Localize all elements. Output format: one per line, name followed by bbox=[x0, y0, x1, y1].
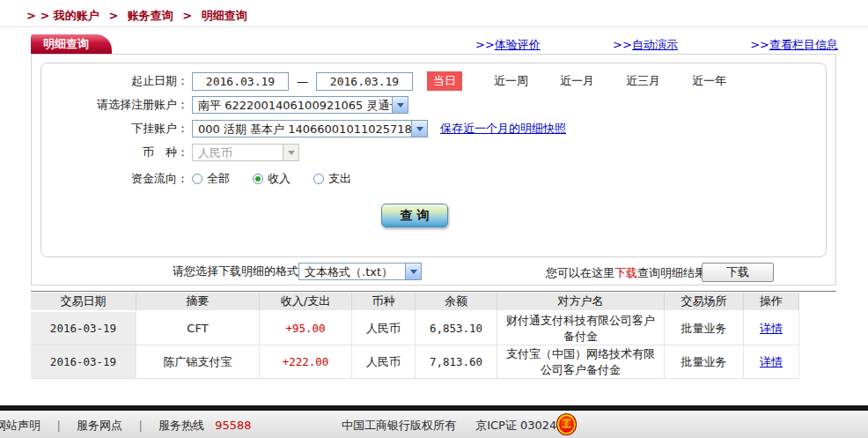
footer-link-service-outlets[interactable]: 服务网点 bbox=[77, 419, 122, 432]
cell-date: 2016-03-19 bbox=[31, 312, 136, 345]
col-header-currency: 币种 bbox=[352, 293, 416, 312]
cell-action: 详情 bbox=[744, 345, 799, 379]
col-header-summary: 摘要 bbox=[136, 293, 260, 312]
breadcrumb-separator: > bbox=[108, 9, 118, 22]
breadcrumb-item-detail-query[interactable]: 明细查询 bbox=[202, 9, 247, 22]
top-links: >>体验评价 >>自动演示 >>查看栏目信息 bbox=[475, 37, 838, 53]
radio-icon bbox=[313, 174, 324, 184]
quick-range-quarter[interactable]: 近三月 bbox=[626, 73, 660, 89]
chevron-down-icon bbox=[411, 121, 427, 137]
breadcrumb-separator: > bbox=[182, 9, 192, 22]
link-prefix: >> bbox=[613, 38, 632, 51]
date-from-input[interactable] bbox=[192, 72, 289, 91]
currency-select: 人民币 bbox=[192, 144, 299, 161]
sub-account-select[interactable]: 000 活期 基本户 1406600101102571848 bbox=[192, 120, 428, 137]
cell-venue: 批量业务 bbox=[665, 345, 744, 379]
breadcrumb-prefix: > > bbox=[26, 9, 49, 22]
download-format-label: 请您选择下载明细的格式 bbox=[173, 264, 298, 279]
cell-venue: 批量业务 bbox=[665, 312, 744, 345]
cell-currency: 人民币 bbox=[352, 312, 416, 345]
register-account-label: 请选择注册账户： bbox=[40, 97, 188, 113]
quick-range-today[interactable]: 当日 bbox=[427, 71, 462, 91]
hotline-number: 95588 bbox=[215, 419, 251, 432]
col-header-counterparty: 对方户名 bbox=[497, 293, 665, 312]
flow-radio-expense[interactable]: 支出 bbox=[313, 171, 351, 187]
cell-counterparty: 支付宝（中国）网络技术有限公司客户备付金 bbox=[497, 345, 665, 379]
cell-currency: 人民币 bbox=[352, 345, 416, 379]
link-experience-review[interactable]: >>体验评价 bbox=[475, 37, 541, 53]
chevron-down-icon bbox=[392, 97, 408, 113]
chevron-down-icon bbox=[283, 145, 298, 160]
cell-summary: 陈广锦支付宝 bbox=[136, 345, 260, 379]
detail-query-page: { "breadcrumb": { "prefix": "> >", "sepa… bbox=[0, 0, 868, 438]
footer-copyright: 中国工商银行版权所有 京ICP证 030247号 bbox=[342, 418, 576, 434]
breadcrumb-item-account-query[interactable]: 账务查询 bbox=[128, 9, 173, 22]
register-account-select[interactable]: 南平 6222001406100921065 灵通卡 bbox=[192, 96, 408, 114]
link-prefix: >> bbox=[750, 38, 769, 51]
transaction-table: 交易日期 摘要 收入/支出 币种 余额 对方户名 交易场所 操作 2016-03… bbox=[31, 293, 799, 379]
footer-link-site-statement[interactable]: 网站声明 bbox=[0, 419, 40, 432]
col-header-balance: 余额 bbox=[416, 293, 497, 312]
footer-links: 网站声明 ｜ 服务网点 ｜ 服务热线 95588 bbox=[0, 418, 252, 434]
query-button[interactable]: 查 询 bbox=[381, 204, 448, 227]
flow-radio-income[interactable]: 收入 bbox=[253, 171, 291, 187]
cell-amount: +222.00 bbox=[260, 345, 352, 379]
cell-action: 详情 bbox=[744, 312, 799, 345]
tab-detail-query[interactable]: 明细查询 bbox=[31, 34, 112, 54]
quick-range-week[interactable]: 近一周 bbox=[494, 73, 528, 89]
detail-link[interactable]: 详情 bbox=[760, 321, 783, 337]
chevron-down-icon bbox=[405, 264, 421, 279]
register-account-row: 请选择注册账户： 南平 6222001406100921065 灵通卡 bbox=[40, 95, 408, 115]
date-dash: — bbox=[297, 75, 308, 88]
col-header-action: 操作 bbox=[744, 293, 799, 312]
breadcrumb-divider bbox=[0, 26, 868, 27]
currency-label: 币 种： bbox=[40, 145, 188, 160]
cell-amount: +95.00 bbox=[260, 312, 352, 345]
detail-link[interactable]: 详情 bbox=[760, 354, 783, 370]
date-range-label: 起止日期： bbox=[40, 73, 188, 89]
fund-flow-row: 资金流向： 全部 收入 支出 bbox=[40, 169, 374, 189]
quick-range-year[interactable]: 近一年 bbox=[692, 73, 726, 89]
breadcrumb-item-my-account[interactable]: 我的账户 bbox=[54, 9, 99, 22]
col-header-amount: 收入/支出 bbox=[260, 293, 352, 312]
col-header-venue: 交易场所 bbox=[665, 293, 744, 312]
tab-title: 明细查询 bbox=[43, 37, 89, 50]
cell-date: 2016-03-19 bbox=[31, 345, 136, 379]
download-inline-link[interactable]: 下载 bbox=[614, 266, 637, 279]
quick-range-month[interactable]: 近一月 bbox=[560, 73, 594, 89]
icbc-logo-icon: 工 bbox=[556, 413, 577, 435]
fund-flow-label: 资金流向： bbox=[40, 171, 188, 187]
sub-account-row: 下挂账户： 000 活期 基本户 1406600101102571848 保存近… bbox=[40, 119, 566, 138]
currency-row: 币 种： 人民币 bbox=[40, 143, 299, 162]
sub-account-label: 下挂账户： bbox=[40, 121, 188, 137]
flow-radio-all[interactable]: 全部 bbox=[192, 171, 230, 187]
table-top-border bbox=[31, 291, 836, 292]
footer: 网站声明 ｜ 服务网点 ｜ 服务热线 95588 中国工商银行版权所有 京ICP… bbox=[0, 411, 868, 438]
link-auto-demo[interactable]: >>自动演示 bbox=[613, 37, 678, 53]
radio-checked-icon bbox=[253, 174, 263, 184]
download-hint: 您可以在这里下载查询明细结果 bbox=[546, 265, 706, 281]
date-range-row: 起止日期： — 当日 近一周 近一月 近三月 近一年 bbox=[40, 71, 726, 91]
cell-counterparty: 财付通支付科技有限公司客户备付金 bbox=[497, 312, 665, 345]
breadcrumb: > > 我的账户 > 账务查询 > 明细查询 bbox=[26, 8, 247, 24]
download-format-group: 请您选择下载明细的格式 文本格式（.txt） bbox=[173, 263, 422, 280]
link-prefix: >> bbox=[475, 38, 495, 51]
download-format-select[interactable]: 文本格式（.txt） bbox=[298, 263, 422, 280]
hotline-label: 服务热线 bbox=[158, 419, 204, 432]
col-header-date: 交易日期 bbox=[31, 293, 136, 312]
radio-icon bbox=[192, 174, 202, 184]
save-snapshot-link[interactable]: 保存近一个月的明细快照 bbox=[440, 121, 566, 137]
cell-balance: 6,853.10 bbox=[416, 312, 497, 345]
cell-summary: CFT bbox=[136, 312, 260, 345]
download-button[interactable]: 下载 bbox=[702, 263, 774, 282]
date-to-input[interactable] bbox=[316, 72, 413, 91]
link-view-column-info[interactable]: >>查看栏目信息 bbox=[750, 37, 838, 53]
cell-balance: 7,813.60 bbox=[416, 345, 497, 379]
